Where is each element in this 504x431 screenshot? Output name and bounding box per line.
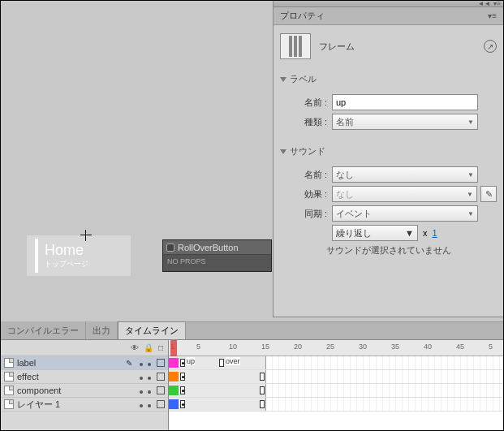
layer-vis-dots[interactable] [137, 399, 153, 409]
lock-column-icon[interactable]: 🔒 [144, 343, 153, 352]
layer-icon [4, 372, 14, 381]
repeat-x-label: x [423, 228, 428, 238]
home-subtitle: トップページ [45, 259, 88, 269]
layer-icon [4, 386, 14, 395]
layer-vis-dots[interactable] [137, 358, 153, 368]
layer-icon [4, 358, 14, 368]
tab-output[interactable]: 出力 [86, 321, 118, 339]
layer-color-swatch [169, 386, 179, 395]
sound-sync-select[interactable]: イベント▼ [332, 205, 478, 222]
instance-swap-icon[interactable]: ↗ [484, 40, 497, 53]
frame-label: over [226, 357, 240, 365]
layer-outline-toggle[interactable] [157, 400, 165, 408]
ruler-tick: 35 [391, 343, 399, 351]
layer-icon [4, 399, 14, 409]
eye-column-icon[interactable]: 👁 [131, 343, 139, 352]
layer-row[interactable]: レイヤー 1 [1, 398, 168, 412]
edit-effect-icon[interactable]: ✎ [480, 186, 497, 202]
rollover-body: NO PROPS [163, 255, 271, 268]
label-name-lbl: 名前 : [280, 97, 327, 109]
pencil-icon: ✎ [126, 359, 132, 368]
frame-row[interactable]: upover [169, 356, 503, 370]
ruler-tick: 30 [359, 343, 367, 351]
frame-row[interactable] [169, 384, 503, 398]
keyframe-end[interactable] [260, 373, 265, 381]
frame-thumbnail-icon [280, 33, 311, 59]
layer-name: レイヤー 1 [17, 399, 134, 411]
ruler-tick: 10 [229, 343, 237, 351]
layer-color-swatch [169, 358, 179, 368]
keyframe-end[interactable] [260, 400, 265, 408]
layers-header: 👁 🔒 □ [1, 340, 168, 356]
layer-outline-toggle[interactable] [157, 386, 165, 394]
panel-options-icon[interactable]: ▾≡ [488, 11, 497, 20]
component-icon [166, 244, 174, 252]
layer-outline-toggle[interactable] [157, 359, 165, 367]
sound-repeat-select[interactable]: 繰り返し▼ [332, 225, 418, 241]
sound-effect-select[interactable]: なし▼ [332, 186, 477, 202]
ruler-tick: 25 [326, 343, 334, 351]
panel-title: プロパティ [280, 10, 325, 22]
sound-name-select[interactable]: なし▼ [332, 166, 478, 183]
rollover-component-chip[interactable]: RollOverButton NO PROPS [162, 239, 272, 272]
bottom-dock: コンパイルエラー 出力 タイムライン 👁 🔒 □ label✎effectcom… [1, 321, 503, 430]
ruler-tick: 45 [456, 343, 464, 351]
home-button-symbol[interactable]: Home トップページ [27, 235, 131, 276]
section-label-header[interactable]: ラベル [280, 71, 497, 88]
layer-row[interactable]: component [1, 384, 168, 398]
outline-column-icon[interactable]: □ [158, 343, 163, 352]
frame-row[interactable] [169, 370, 503, 384]
keyframe-end[interactable] [260, 386, 265, 394]
ruler-tick: 5 [196, 343, 200, 351]
layer-name: effect [17, 372, 134, 381]
layer-vis-dots[interactable] [137, 372, 153, 381]
tab-compile-errors[interactable]: コンパイルエラー [1, 321, 86, 339]
sound-sync-lbl: 同期 : [280, 208, 327, 220]
bottom-tabs: コンパイルエラー 出力 タイムライン [1, 322, 503, 340]
disclosure-triangle-icon [280, 77, 286, 82]
keyframe[interactable] [219, 359, 224, 367]
playhead[interactable] [170, 340, 177, 356]
sound-effect-lbl: 効果 : [280, 188, 327, 200]
panel-grip[interactable]: ◄◄ ▾≡ [274, 1, 503, 7]
layer-color-swatch [169, 372, 179, 381]
layer-name: component [17, 386, 134, 395]
ruler-tick: 20 [294, 343, 302, 351]
label-name-input[interactable] [332, 94, 478, 110]
sound-name-lbl: 名前 : [280, 169, 327, 181]
label-type-lbl: 種類 : [280, 116, 327, 128]
layer-row[interactable]: label✎ [1, 356, 168, 370]
keyframe[interactable] [180, 386, 185, 394]
home-title: Home [45, 242, 88, 259]
label-type-select[interactable]: 名前▼ [332, 114, 478, 130]
section-sound-header[interactable]: サウンド [280, 143, 497, 160]
layer-row[interactable]: effect [1, 370, 168, 384]
tab-timeline[interactable]: タイムライン [118, 321, 186, 339]
frames-area[interactable]: 1510152025303540455 upover [169, 340, 503, 431]
home-bar-deco [35, 239, 38, 273]
disclosure-triangle-icon [280, 149, 286, 154]
ruler-tick: 40 [424, 343, 432, 351]
sound-empty-msg: サウンドが選択されていません [280, 244, 497, 256]
rollover-title: RollOverButton [178, 243, 239, 252]
frame-type-label: フレーム [319, 41, 476, 53]
layers-column: 👁 🔒 □ label✎effectcomponentレイヤー 1 [1, 340, 169, 431]
keyframe[interactable] [180, 400, 185, 408]
frame-row[interactable] [169, 398, 503, 412]
properties-panel: ◄◄ ▾≡ プロパティ ▾≡ フレーム ↗ ラベル 名前 : 種類 : [273, 1, 503, 317]
layer-name: label [17, 358, 123, 368]
repeat-count[interactable]: 1 [433, 228, 437, 238]
panel-collapse-icon[interactable]: ◄◄ [477, 0, 490, 7]
timeline-ruler[interactable]: 1510152025303540455 [169, 340, 503, 356]
ruler-tick: 5 [489, 343, 493, 351]
frame-label: up [187, 357, 195, 365]
layer-color-swatch [169, 399, 179, 409]
layer-vis-dots[interactable] [137, 386, 153, 395]
layer-outline-toggle[interactable] [157, 373, 165, 381]
ruler-tick: 15 [261, 343, 269, 351]
keyframe[interactable] [180, 373, 185, 381]
panel-menu-icon[interactable]: ▾≡ [493, 0, 501, 7]
keyframe[interactable] [180, 359, 185, 367]
